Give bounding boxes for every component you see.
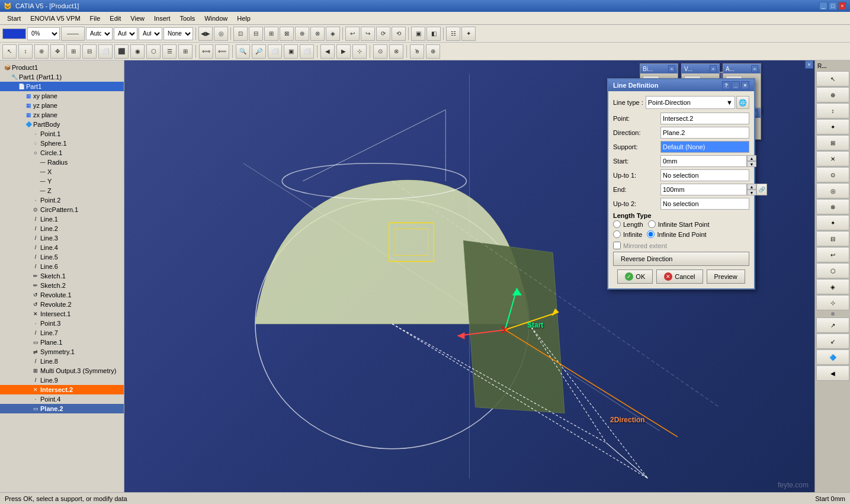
tree-item-zx[interactable]: ▦ zx plane: [0, 110, 124, 120]
rp-btn8[interactable]: ◎: [816, 183, 849, 198]
tb2-btn-13[interactable]: ⟺: [199, 44, 213, 59]
tb2-btn-22[interactable]: ⊹: [352, 44, 367, 59]
ok-button[interactable]: ✓ OK: [617, 269, 653, 284]
tree-item-partbody[interactable]: 🔷 PartBody: [0, 120, 124, 129]
reverse-direction-button[interactable]: Reverse Direction: [613, 252, 749, 266]
tree-item-symmetry1[interactable]: ⇌ Symmetry.1: [0, 347, 124, 357]
viewport[interactable]: Start 2Direction Z Y X Line Definition: [124, 60, 814, 492]
rp-btn17[interactable]: ↙: [816, 333, 849, 349]
fp-v-close[interactable]: ×: [710, 65, 717, 72]
start-value-input[interactable]: [660, 155, 747, 167]
tree-item-line6[interactable]: / Line.6: [0, 262, 124, 271]
tb-btn-17[interactable]: ✦: [461, 27, 476, 41]
tb-btn-12[interactable]: ⟳: [376, 27, 390, 41]
tree-item-sketch2[interactable]: ✏ Sketch.2: [0, 281, 124, 290]
end-value-input[interactable]: [660, 184, 747, 195]
menu-view[interactable]: View: [126, 14, 149, 23]
tb-btn-6[interactable]: ⊠: [280, 27, 294, 41]
tree-item-part1[interactable]: 🔧 Part1 (Part1.1): [0, 72, 124, 82]
tree-item-revolute2[interactable]: ↺ Revolute.2: [0, 300, 124, 309]
menu-edit[interactable]: Edit: [105, 14, 126, 23]
fp-bi-close[interactable]: ×: [668, 65, 675, 72]
tree-item-circpattern[interactable]: ⊙ CircPattern.1: [0, 205, 124, 214]
line-type-select[interactable]: Point-Direction ▼: [646, 96, 735, 109]
float-panel-a-title[interactable]: A... ×: [723, 64, 761, 73]
rp-btn4[interactable]: ✦: [816, 119, 849, 134]
tree-item-multiout3[interactable]: ⊞ Multi Output.3 (Symmetry): [0, 366, 124, 375]
tree-item-product1[interactable]: 📦 Product1: [0, 63, 124, 72]
menu-insert[interactable]: Insert: [149, 14, 175, 23]
maximize-button[interactable]: □: [829, 2, 837, 10]
tb2-btn-17[interactable]: ⬜: [268, 44, 282, 59]
minimize-button[interactable]: _: [819, 2, 827, 10]
tb-btn-9[interactable]: ◈: [326, 27, 340, 41]
tb2-btn-1[interactable]: ↖: [2, 44, 17, 59]
tree-item-sphere1[interactable]: ○ Sphere.1: [0, 139, 124, 148]
radio-infinite-end[interactable]: [647, 230, 655, 238]
radio-length[interactable]: [613, 220, 621, 228]
menu-tools[interactable]: Tools: [175, 14, 200, 23]
preview-button[interactable]: Preview: [707, 269, 745, 284]
rp-btn18[interactable]: 🔷: [816, 349, 849, 365]
tb2-btn-19[interactable]: ⬜: [300, 44, 314, 59]
tree-item-point3[interactable]: · Point.3: [0, 319, 124, 328]
tb-btn-10[interactable]: ↩: [345, 27, 360, 41]
tree-item-xy[interactable]: ▦ xy plane: [0, 91, 124, 101]
upto2-input[interactable]: [660, 198, 749, 210]
support-input[interactable]: [660, 141, 749, 153]
tb2-btn-9[interactable]: ◉: [130, 44, 145, 59]
tb2-btn-2[interactable]: ↕: [18, 44, 33, 59]
rp-btn15[interactable]: ⊹: [816, 295, 849, 310]
tb2-btn-4[interactable]: ✥: [50, 44, 65, 59]
tb2-btn-8[interactable]: ⬛: [114, 44, 129, 59]
tb2-btn-5[interactable]: ⊞: [66, 44, 81, 59]
aut-select2[interactable]: Aut: [114, 27, 137, 40]
tree-item-plane1[interactable]: ▭ Plane.1: [0, 338, 124, 347]
rp-btn-close[interactable]: ×: [805, 60, 813, 69]
rp-btn19[interactable]: ◀: [816, 365, 849, 381]
end-spin-up[interactable]: ▲: [747, 184, 756, 190]
direction-input[interactable]: [660, 127, 749, 139]
float-panel-v-title[interactable]: V... ×: [682, 64, 719, 73]
rp-btn1[interactable]: ↖: [816, 71, 849, 86]
tree-item-line2[interactable]: / Line.2: [0, 224, 124, 233]
tb2-btn-26[interactable]: ⊕: [426, 44, 440, 59]
fp-a-close[interactable]: ×: [751, 65, 758, 72]
line-style-btn[interactable]: ——: [61, 27, 85, 41]
tb2-btn-14[interactable]: ⟸: [215, 44, 229, 59]
tb2-btn-20[interactable]: ◀: [320, 44, 335, 59]
mirrored-checkbox[interactable]: [613, 242, 621, 249]
tree-item-y[interactable]: — Y: [0, 176, 124, 186]
color-swatch[interactable]: [2, 28, 26, 39]
close-button[interactable]: ×: [838, 2, 846, 10]
tb2-btn-18[interactable]: ▣: [284, 44, 298, 59]
tb-btn-3[interactable]: ⊡: [233, 27, 248, 41]
start-spin-up[interactable]: ▲: [747, 155, 756, 161]
rp-btn14[interactable]: ◈: [816, 279, 849, 294]
dialog-titlebar[interactable]: Line Definition ? _ ×: [608, 79, 754, 91]
rp-btn12[interactable]: ↩: [816, 247, 849, 262]
menu-enovia[interactable]: ENOVIA V5 VPM: [25, 14, 85, 23]
auto-select1[interactable]: Auto: [86, 27, 113, 40]
menu-start[interactable]: Start: [2, 14, 25, 23]
rp-btn7[interactable]: ⊙: [816, 167, 849, 182]
tree-item-line5[interactable]: / Line.5: [0, 252, 124, 262]
none-select[interactable]: None: [163, 27, 193, 40]
cancel-button[interactable]: ✕ Cancel: [656, 269, 703, 284]
menu-file[interactable]: File: [85, 14, 105, 23]
tree-item-part1-body[interactable]: 📄 Part1: [0, 82, 124, 91]
radio-infinite-start[interactable]: [648, 220, 656, 228]
tree-item-yz[interactable]: ▦ yz plane: [0, 101, 124, 110]
aut-select3[interactable]: Aut: [139, 27, 162, 40]
tb2-btn-24[interactable]: ⊗: [389, 44, 403, 59]
tree-item-line9[interactable]: / Line.9: [0, 375, 124, 385]
tb2-btn-3[interactable]: ⊕: [34, 44, 49, 59]
rp-btn16[interactable]: ↗: [816, 317, 849, 333]
tb2-btn-7[interactable]: ⬜: [98, 44, 113, 59]
dialog-help-button[interactable]: ?: [722, 81, 730, 89]
tb2-btn-12[interactable]: ⊞: [178, 44, 193, 59]
tb2-btn-15[interactable]: 🔍: [236, 44, 250, 59]
dialog-close-button[interactable]: ×: [741, 81, 749, 89]
tree-item-line4[interactable]: / Line.4: [0, 243, 124, 252]
end-extra-btn[interactable]: 🔗: [756, 184, 767, 195]
